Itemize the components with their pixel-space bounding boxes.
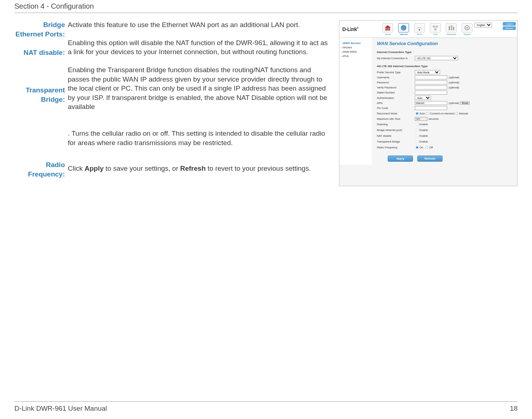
label-max-idle-time: Maximum Idle Time [377, 117, 415, 121]
label-nat-disable-field: NAT disable [377, 134, 415, 138]
label-pin-code: Pin Code [377, 106, 415, 110]
svg-rect-5 [436, 26, 438, 27]
router-admin-screenshot: D-Link® Home Internet Wi-Fi [339, 20, 518, 186]
optional-text: (optional) [449, 102, 459, 104]
label-transparent-bridge-field: Transparent Bridge [377, 140, 415, 143]
refresh-button[interactable]: Refresh [417, 156, 443, 162]
radio-rf-on[interactable] [416, 146, 419, 149]
select-prefer-service-type[interactable]: Auto Mode [415, 70, 440, 74]
label-nat-disable: NAT disable: [14, 48, 65, 57]
label-password: Password [377, 81, 415, 84]
input-dialed-number[interactable] [415, 91, 447, 95]
home-icon [384, 25, 391, 31]
label-prefer-service-type: Prefer Service Type [377, 71, 415, 74]
label-radio-frequency: Radio Frequency: [14, 160, 65, 179]
section-header: Section 4 - Configuration [14, 0, 518, 13]
optional-text: (optional) [449, 76, 459, 79]
radio-rf-off[interactable] [426, 146, 428, 149]
label-username: Username [377, 76, 415, 79]
sidebar-ipv6[interactable]: IPv6 [342, 54, 370, 58]
input-username[interactable] [415, 75, 447, 79]
svg-rect-10 [453, 27, 454, 30]
svg-point-2 [401, 25, 406, 30]
advanced-icon [448, 25, 455, 31]
language-select[interactable]: English [474, 23, 492, 27]
svg-rect-6 [434, 29, 436, 30]
svg-point-12 [466, 27, 468, 29]
desc-nat-disable: Enabling this option will disable the NA… [68, 38, 328, 57]
svg-rect-4 [433, 26, 435, 27]
lan-icon [432, 25, 439, 31]
input-verify-password[interactable] [415, 86, 447, 90]
nav-advanced[interactable]: Advanced [444, 23, 459, 35]
checkbox-bridge-ethernet-ports[interactable] [416, 129, 419, 132]
desc-apply-refresh: Click Apply to save your settings, or Re… [68, 164, 328, 173]
reset-apn-button[interactable]: Reset [460, 101, 470, 105]
globe-icon [400, 25, 407, 31]
input-max-idle-time [415, 117, 427, 121]
desc-radio-frequency: . Turns the cellular radio on or off. Th… [68, 129, 328, 147]
svg-marker-1 [385, 25, 391, 27]
svg-rect-0 [386, 27, 390, 30]
radio-reconnect-auto[interactable] [416, 112, 419, 115]
sidebar-wan-service[interactable]: WAN Service [342, 42, 370, 45]
logout-button[interactable]: Logout [503, 22, 516, 26]
section-internet-connection-type: Internet Connection Type [377, 51, 512, 54]
label-authentication: Authentication [377, 96, 415, 100]
nav-home[interactable]: Home [380, 23, 395, 35]
nav-system[interactable]: System [460, 23, 475, 35]
select-connection-type[interactable]: 4G LTE /3G [415, 56, 458, 60]
desc-transparent-bridge: Enabling the Transparent Bridge function… [68, 65, 328, 112]
label-bridge-ethernet-ports: Bridge Ethernet Ports: [14, 20, 65, 39]
footer-page-number: 18 [510, 405, 518, 413]
label-apn: APN [377, 101, 415, 105]
svg-rect-3 [419, 29, 420, 31]
nav-wifi[interactable]: Wi-Fi [412, 23, 427, 35]
optional-text: (optional) [449, 81, 459, 84]
section-4g-lte-3g: 4G LTE /3G Internet Connection Type [377, 65, 512, 68]
sidebar-wizard[interactable]: Wizard [342, 46, 370, 49]
refresh-top-button[interactable]: Refresh [503, 26, 516, 30]
desc-bridge-ethernet-ports: Activate this feature to use the Etherne… [68, 20, 328, 30]
input-pin-code[interactable] [415, 106, 447, 110]
label-roaming: Roaming [377, 123, 415, 126]
dlink-logo: D-Link® [342, 26, 359, 32]
radio-reconnect-manual[interactable] [455, 112, 458, 115]
panel-title: WAN Service Configuration [377, 41, 512, 46]
optional-text: (optional) [449, 86, 459, 89]
apply-button[interactable]: Apply [388, 156, 413, 162]
checkbox-transparent-bridge[interactable] [416, 140, 419, 143]
sidebar-multi-wan[interactable]: Multi-WAN [342, 50, 370, 53]
label-radio-frequency-field: Radio Frequency [377, 146, 415, 149]
input-apn[interactable] [415, 101, 447, 105]
select-authentication[interactable]: Auto [415, 96, 431, 100]
label-bridge-ethernet-ports: Bridge ethernet ports [377, 128, 415, 132]
svg-rect-9 [451, 25, 452, 30]
label-dialed-number: Dialed Number [377, 91, 415, 94]
label-my-internet-connection: My Internet Connection is [377, 57, 415, 60]
radio-reconnect-demand[interactable] [426, 112, 429, 115]
nav-lan[interactable]: LAN [428, 23, 443, 35]
nav-internet[interactable]: Internet [396, 23, 411, 35]
label-verify-password: Verify Password [377, 86, 415, 89]
wifi-icon [416, 25, 423, 31]
footer-manual-title: D-Link DWR-961 User Manual [14, 405, 107, 413]
svg-rect-8 [449, 26, 450, 30]
input-password[interactable] [415, 80, 447, 84]
checkbox-nat-disable[interactable] [416, 135, 419, 138]
gear-icon [463, 25, 471, 31]
label-transparent-bridge: Transparent Bridge: [14, 86, 65, 104]
checkbox-roaming[interactable] [416, 123, 419, 126]
label-reconnect-mode: Reconnect Mode [377, 112, 415, 115]
